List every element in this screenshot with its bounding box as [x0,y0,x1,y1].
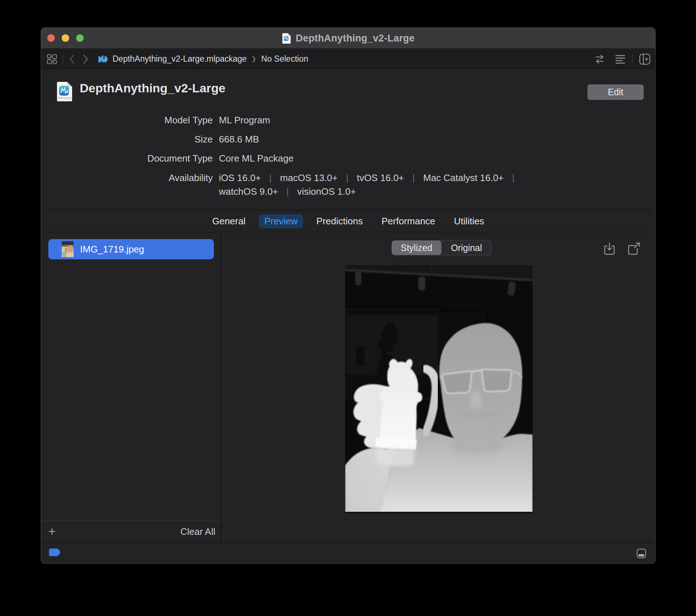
svg-text:MLPACKAGE: MLPACKAGE [58,97,71,99]
